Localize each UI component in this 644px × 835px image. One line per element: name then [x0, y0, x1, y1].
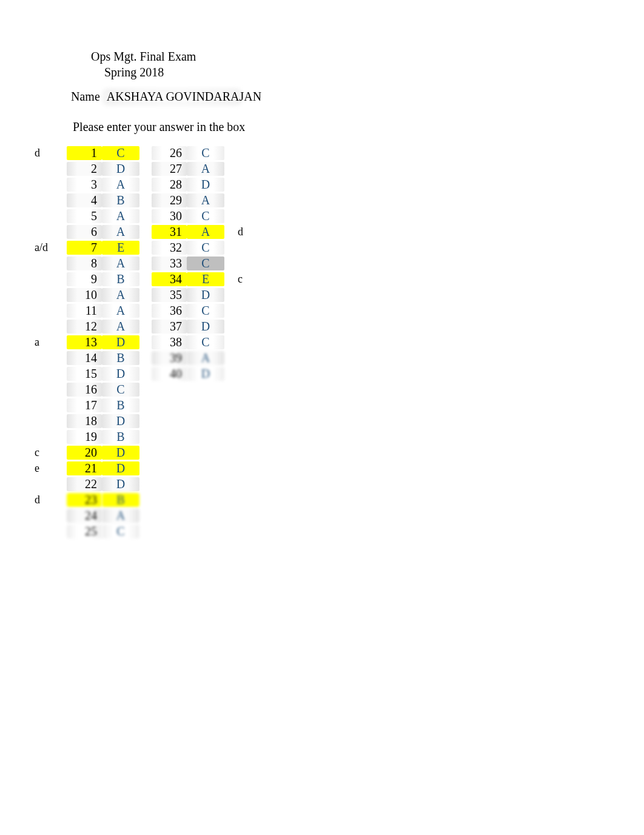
- answer-cell[interactable]: A: [102, 509, 139, 523]
- exam-title-block: Ops Mgt. Final Exam Spring 2018: [91, 49, 196, 80]
- answer-cell[interactable]: E: [187, 272, 224, 286]
- question-number: 16: [67, 383, 102, 397]
- answer-cell[interactable]: B: [102, 430, 139, 444]
- answer-cell[interactable]: A: [187, 193, 224, 207]
- answer-cell[interactable]: A: [102, 225, 139, 239]
- answers-column-1: 1C2D3A4B5A6A7E8A9B10A11A12A13D14B15D16C1…: [67, 145, 139, 539]
- answer-row: 3A: [67, 176, 139, 192]
- answer-cell[interactable]: C: [102, 383, 139, 397]
- question-number: 14: [67, 351, 102, 365]
- answer-row: 34E: [152, 271, 224, 287]
- answer-cell[interactable]: D: [102, 477, 139, 491]
- question-number: 24: [67, 509, 102, 523]
- margin-note: d: [35, 494, 40, 506]
- answer-cell[interactable]: D: [187, 288, 224, 302]
- answer-cell[interactable]: D: [102, 162, 139, 176]
- answer-row: 12A: [67, 318, 139, 334]
- answer-cell[interactable]: C: [102, 525, 139, 538]
- answer-cell[interactable]: C: [187, 304, 224, 318]
- question-number: 19: [67, 430, 102, 444]
- answer-cell[interactable]: C: [187, 257, 224, 270]
- answer-cell[interactable]: D: [187, 320, 224, 334]
- question-number: 30: [152, 209, 187, 223]
- answer-cell[interactable]: A: [102, 288, 139, 302]
- margin-note: a/d: [35, 241, 48, 254]
- answer-cell[interactable]: B: [102, 351, 139, 365]
- answer-row: 8A: [67, 255, 139, 271]
- margin-note: c: [35, 446, 39, 459]
- answer-cell[interactable]: D: [102, 414, 139, 428]
- answer-table: 1C2D3A4B5A6A7E8A9B10A11A12A13D14B15D16C1…: [67, 145, 224, 539]
- answer-cell[interactable]: D: [102, 461, 139, 475]
- answer-row: 1C: [67, 145, 139, 161]
- answer-row: 6A: [67, 224, 139, 240]
- answer-cell[interactable]: D: [187, 367, 224, 381]
- answer-row: 15D: [67, 366, 139, 381]
- question-number: 26: [152, 146, 187, 160]
- answer-cell[interactable]: E: [102, 241, 139, 255]
- answers-column-2: 26C27A28D29A30C31A32C33C34E35D36C37D38C3…: [152, 145, 224, 539]
- question-number: 10: [67, 288, 102, 302]
- answer-cell[interactable]: D: [102, 446, 139, 460]
- answer-row: 2D: [67, 161, 139, 176]
- answer-cell[interactable]: B: [102, 493, 139, 507]
- answer-cell[interactable]: C: [102, 146, 139, 160]
- margin-note: d: [238, 226, 243, 238]
- question-number: 38: [152, 335, 187, 349]
- exam-title: Ops Mgt. Final Exam: [91, 49, 196, 64]
- question-number: 8: [67, 257, 102, 270]
- name-row: Name AKSHAYA GOVINDARAJAN: [71, 90, 644, 104]
- answer-cell[interactable]: D: [187, 178, 224, 192]
- answer-cell[interactable]: C: [187, 146, 224, 160]
- answer-row: 28D: [152, 176, 224, 192]
- answer-row: 33C: [152, 255, 224, 271]
- answer-row: 7E: [67, 240, 139, 255]
- question-number: 17: [67, 398, 102, 412]
- answer-cell[interactable]: A: [102, 257, 139, 270]
- question-number: 7: [67, 241, 102, 255]
- answer-row: 4B: [67, 192, 139, 208]
- answer-cell[interactable]: C: [187, 241, 224, 255]
- answer-row: 35D: [152, 287, 224, 303]
- answer-row: 27A: [152, 161, 224, 176]
- question-number: 32: [152, 241, 187, 255]
- answer-row: 22D: [67, 476, 139, 492]
- answer-cell[interactable]: B: [102, 398, 139, 412]
- answer-cell[interactable]: C: [187, 209, 224, 223]
- answer-row: 18D: [67, 413, 139, 429]
- question-number: 21: [67, 461, 102, 475]
- answer-row: 39A: [152, 350, 224, 366]
- margin-note: e: [35, 462, 39, 475]
- answer-row: 37D: [152, 318, 224, 334]
- answer-row: 13D: [67, 334, 139, 350]
- name-label: Name: [71, 90, 100, 103]
- answer-cell[interactable]: C: [187, 335, 224, 349]
- answer-cell[interactable]: A: [102, 320, 139, 334]
- question-number: 36: [152, 304, 187, 318]
- question-number: 25: [67, 525, 102, 538]
- question-number: 22: [67, 477, 102, 491]
- question-number: 20: [67, 446, 102, 460]
- answer-cell[interactable]: A: [187, 225, 224, 239]
- answer-row: 24A: [67, 508, 139, 523]
- answer-row: 11A: [67, 303, 139, 318]
- question-number: 3: [67, 178, 102, 192]
- question-number: 6: [67, 225, 102, 239]
- answer-cell[interactable]: B: [102, 272, 139, 286]
- answer-row: 23B: [67, 492, 139, 508]
- question-number: 15: [67, 367, 102, 381]
- answer-cell[interactable]: A: [102, 209, 139, 223]
- answer-cell[interactable]: A: [102, 178, 139, 192]
- answer-cell[interactable]: A: [187, 162, 224, 176]
- instruction-text: Please enter your answer in the box: [73, 120, 245, 134]
- answer-cell[interactable]: D: [102, 335, 139, 349]
- answer-row: 10A: [67, 287, 139, 303]
- name-value: AKSHAYA GOVINDARAJAN: [107, 90, 261, 103]
- answer-cell[interactable]: A: [102, 304, 139, 318]
- answer-row: 30C: [152, 208, 224, 224]
- answer-cell[interactable]: D: [102, 367, 139, 381]
- answer-row: 16C: [67, 381, 139, 397]
- answer-cell[interactable]: A: [187, 351, 224, 365]
- answer-cell[interactable]: B: [102, 193, 139, 207]
- margin-note: d: [35, 147, 40, 159]
